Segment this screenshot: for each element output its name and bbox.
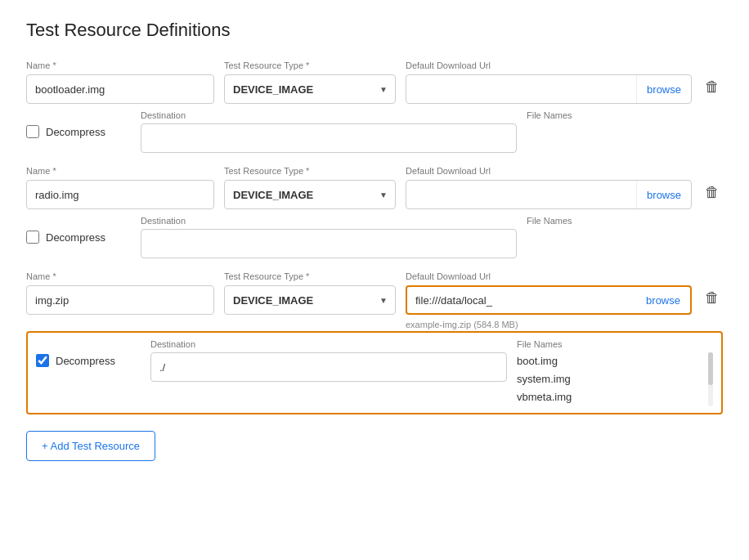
- file-name-item: boot.img: [517, 352, 700, 370]
- destination-label-2: Destination: [141, 216, 517, 226]
- url-input-3[interactable]: [407, 288, 636, 313]
- destination-input-3[interactable]: [150, 352, 507, 382]
- delete-button-1[interactable]: 🗑: [702, 74, 723, 101]
- filenames-label-3: File Names: [517, 339, 713, 349]
- url-hint: example-img.zip (584.8 MB): [406, 320, 692, 329]
- decompress-checkbox-3[interactable]: [36, 354, 49, 367]
- type-label-2: Test Resource Type *: [224, 166, 396, 176]
- name-label-3: Name *: [26, 271, 214, 281]
- url-label-1: Default Download Url: [406, 60, 692, 70]
- browse-button-1[interactable]: browse: [636, 75, 691, 103]
- resources-container: Name * Test Resource Type * DEVICE_IMAGE…: [26, 60, 723, 414]
- resource-block-1: Name * Test Resource Type * DEVICE_IMAGE…: [26, 60, 723, 156]
- name-input-3[interactable]: [26, 285, 214, 315]
- type-label-3: Test Resource Type *: [224, 271, 396, 281]
- decompress-label-2: Decompress: [46, 231, 105, 244]
- destination-input-1[interactable]: [141, 123, 517, 153]
- file-name-item: vbmeta.img: [517, 388, 700, 406]
- url-label-2: Default Download Url: [406, 166, 692, 176]
- destination-label-3: Destination: [150, 339, 507, 349]
- filenames-list-3: boot.imgsystem.imgvbmeta.img: [517, 352, 700, 406]
- file-name-item: system.img: [517, 370, 700, 388]
- name-label-1: Name *: [26, 60, 214, 70]
- browse-button-3[interactable]: browse: [636, 287, 690, 313]
- decompress-label-1: Decompress: [46, 126, 105, 138]
- decompress-checkbox-2[interactable]: [26, 231, 39, 244]
- filenames-label-2: File Names: [527, 216, 723, 226]
- type-select-2[interactable]: DEVICE_IMAGEDEVICE_SCRIPTPACKAGE: [224, 180, 396, 209]
- page-title: Test Resource Definitions: [26, 20, 723, 41]
- type-label-1: Test Resource Type *: [224, 60, 396, 70]
- decompress-checkbox-1[interactable]: [26, 125, 39, 138]
- name-input-1[interactable]: [26, 74, 214, 104]
- resource-block-3: Name * Test Resource Type * DEVICE_IMAGE…: [26, 271, 723, 414]
- url-input-2[interactable]: [406, 182, 636, 208]
- name-label-2: Name *: [26, 166, 214, 176]
- url-input-1[interactable]: [406, 77, 636, 102]
- type-select-1[interactable]: DEVICE_IMAGEDEVICE_SCRIPTPACKAGE: [224, 74, 396, 104]
- filenames-scroll-3: boot.imgsystem.imgvbmeta.img: [517, 352, 713, 406]
- delete-button-2[interactable]: 🗑: [702, 179, 723, 206]
- add-test-resource-button[interactable]: + Add Test Resource: [26, 431, 155, 461]
- destination-input-2[interactable]: [141, 229, 517, 258]
- url-label-3: Default Download Url: [406, 271, 692, 281]
- browse-button-2[interactable]: browse: [636, 181, 691, 208]
- name-input-2[interactable]: [26, 180, 214, 209]
- filenames-label-1: File Names: [527, 110, 723, 120]
- delete-button-3[interactable]: 🗑: [702, 284, 723, 311]
- decompress-label-3: Decompress: [56, 355, 115, 367]
- destination-label-1: Destination: [141, 110, 517, 120]
- resource-block-2: Name * Test Resource Type * DEVICE_IMAGE…: [26, 166, 723, 262]
- type-select-3[interactable]: DEVICE_IMAGEDEVICE_SCRIPTPACKAGE: [224, 285, 396, 315]
